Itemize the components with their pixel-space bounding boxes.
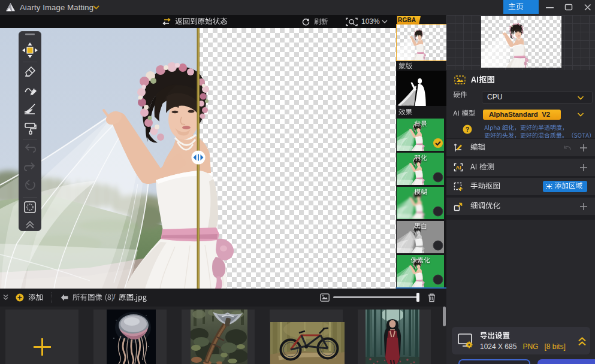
svg-text:AI: AI: [456, 165, 461, 171]
svg-text:?: ?: [466, 126, 469, 133]
